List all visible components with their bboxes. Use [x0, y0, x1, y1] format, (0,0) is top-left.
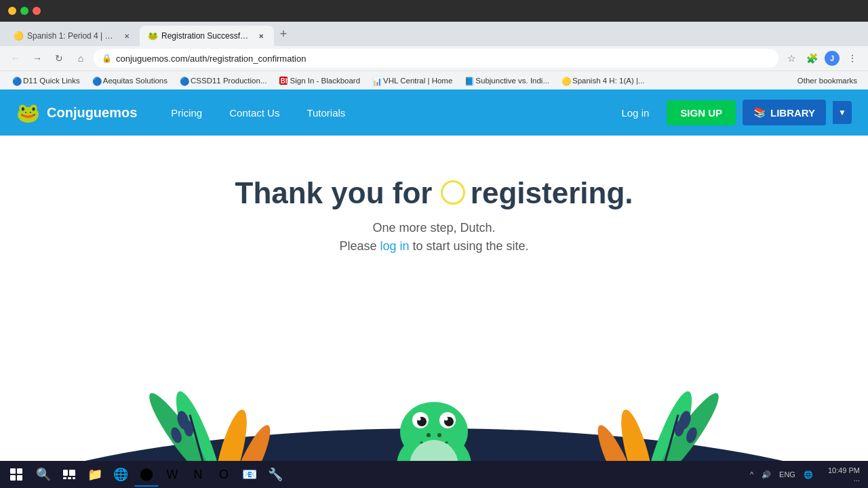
bookmark-favicon-d11: 🔵 [12, 77, 20, 85]
tray-chevron[interactable]: ^ [747, 469, 756, 480]
tab-label-conjuguemos: Registration Successful || Conju... [161, 31, 250, 41]
bookmark-favicon-cssd11: 🔵 [180, 77, 188, 85]
bookmark-cssd11[interactable]: 🔵 CSSD11 Production... [174, 75, 273, 86]
main-content: Thank you for registering. One more step… [0, 136, 868, 488]
bookmarks-overflow[interactable]: Other bookmarks [793, 75, 861, 86]
omnibar: ← → ↻ ⌂ 🔒 conjuguemos.com/auth/registrat… [0, 46, 868, 70]
tab-bar: 🟡 Spanish 1: Period 4 | Schoology ✕ 🐸 Re… [0, 22, 868, 46]
tab-schoology[interactable]: 🟡 Spanish 1: Period 4 | Schoology ✕ [5, 26, 140, 46]
bookmark-favicon-spanish4: 🟡 [561, 77, 570, 85]
tab-label-schoology: Spanish 1: Period 4 | Schoology [27, 31, 115, 41]
nav-tutorials[interactable]: Tutorials [293, 107, 359, 119]
taskbar-app5[interactable]: O [212, 462, 236, 487]
step-text: One more step, Dutch. [235, 221, 633, 235]
login-button[interactable]: Log in [610, 102, 660, 124]
bookmark-subjunctive[interactable]: 📘 Subjunctive vs. Indi... [459, 75, 555, 86]
nav-pricing[interactable]: Pricing [157, 107, 216, 119]
tab-close-conjuguemos[interactable]: ✕ [256, 31, 266, 41]
library-book-icon: 📚 [753, 106, 766, 119]
tab-conjuguemos[interactable]: 🐸 Registration Successful || Conju... ✕ [140, 26, 274, 46]
bookmark-label-cssd11: CSSD11 Production... [191, 77, 267, 85]
clock-date: ... [828, 474, 860, 483]
bookmark-favicon-aequitas: 🔵 [92, 77, 100, 85]
system-clock[interactable]: 10:49 PM ... [823, 465, 865, 484]
library-label: LIBRARY [770, 107, 815, 119]
menu-icon[interactable]: ⋮ [844, 49, 861, 67]
back-button[interactable]: ← [7, 49, 24, 67]
taskbar-word[interactable]: W [160, 462, 184, 487]
svg-rect-53 [73, 477, 75, 479]
extensions-icon[interactable]: 🧩 [803, 49, 821, 67]
minimize-button[interactable] [8, 7, 16, 15]
nav-contact[interactable]: Contact Us [216, 107, 293, 119]
library-dropdown-button[interactable]: ▼ [833, 101, 852, 124]
bookmark-blackboard[interactable]: Bb Sign In - Blackboard [274, 75, 366, 86]
logo-area[interactable]: 🐸 Conjuguemos [16, 102, 137, 124]
bookmark-aequitas[interactable]: 🔵 Aequitas Solutions [87, 75, 173, 86]
svg-rect-51 [63, 477, 66, 479]
bookmarks-overflow-label: Other bookmarks [797, 77, 857, 85]
url-text: conjuguemos.com/auth/registration_confir… [116, 54, 306, 64]
system-tray: ^ 🔊 ENG 🌐 [742, 469, 821, 481]
windows-taskbar: 🔍 📁 🌐 ⬤ W N O 📧 🔧 ^ 🔊 ENG 🌐 10:49 PM ... [0, 461, 868, 488]
login-prefix: Please [339, 239, 380, 253]
bookmark-favicon-vhl: 📊 [372, 77, 380, 85]
svg-rect-45 [10, 468, 16, 474]
address-bar[interactable]: 🔒 conjuguemos.com/auth/registration_conf… [94, 49, 778, 68]
login-suffix: to start using the site. [409, 239, 528, 253]
taskbar-taskview[interactable] [57, 462, 81, 487]
user-profile-icon[interactable]: J [823, 49, 841, 67]
bookmark-label-blackboard: Sign In - Blackboard [290, 77, 361, 85]
window-controls[interactable] [8, 7, 41, 15]
bookmark-d11[interactable]: 🔵 D11 Quick Links [7, 75, 85, 86]
bookmark-star-icon[interactable]: ☆ [783, 49, 800, 67]
bookmark-label-spanish4: Spanish 4 H: 1(A) |... [572, 77, 645, 85]
log-in-link[interactable]: log in [380, 239, 409, 253]
login-text: Please log in to start using the site. [235, 239, 633, 253]
start-button[interactable] [3, 461, 30, 488]
forward-button[interactable]: → [28, 49, 46, 67]
taskbar-chrome[interactable]: ⬤ [134, 462, 159, 487]
thank-you-section: Thank you for registering. One more step… [222, 136, 647, 281]
taskbar-app6[interactable]: 📧 [237, 462, 262, 487]
maximize-button[interactable] [20, 7, 28, 15]
bookmark-spanish4[interactable]: 🟡 Spanish 4 H: 1(A) |... [556, 75, 650, 86]
tray-network[interactable]: 🌐 [801, 469, 816, 481]
svg-rect-49 [63, 470, 68, 476]
logo-text: Conjuguemos [47, 105, 137, 121]
omnibar-actions: ☆ 🧩 J ⋮ [783, 49, 861, 67]
tab-favicon-schoology: 🟡 [14, 31, 23, 41]
bookmark-label-subjunctive: Subjunctive vs. Indi... [475, 77, 549, 85]
tray-language[interactable]: ENG [776, 469, 798, 480]
tab-close-schoology[interactable]: ✕ [122, 31, 132, 41]
close-window-button[interactable] [33, 7, 41, 15]
svg-rect-52 [68, 477, 71, 479]
bookmarks-bar: 🔵 D11 Quick Links 🔵 Aequitas Solutions 🔵… [0, 70, 868, 89]
nav-actions: Log in SIGN UP 📚 LIBRARY ▼ [610, 100, 852, 125]
svg-point-28 [437, 433, 441, 437]
taskbar-app7[interactable]: 🔧 [263, 462, 288, 487]
tab-favicon-conjuguemos: 🐸 [148, 31, 157, 41]
library-button[interactable]: 📚 LIBRARY [743, 100, 826, 125]
taskbar-explorer[interactable]: 📁 [83, 462, 107, 487]
site-content: 🐸 Conjuguemos Pricing Contact Us Tutoria… [0, 89, 868, 488]
reload-button[interactable]: ↻ [50, 49, 68, 67]
profile-avatar: J [825, 51, 840, 66]
thank-you-heading: Thank you for registering. [235, 176, 633, 210]
clock-time: 10:49 PM [828, 466, 860, 474]
site-nav: 🐸 Conjuguemos Pricing Contact Us Tutoria… [0, 89, 868, 136]
svg-rect-50 [69, 470, 75, 476]
signup-button[interactable]: SIGN UP [667, 100, 736, 125]
svg-rect-47 [10, 475, 16, 481]
bookmark-label-aequitas: Aequitas Solutions [103, 77, 167, 85]
taskbar-onenote[interactable]: N [186, 462, 210, 487]
new-tab-button[interactable]: + [274, 24, 293, 43]
svg-point-26 [445, 418, 448, 421]
svg-point-27 [427, 433, 431, 437]
taskbar-edge[interactable]: 🌐 [108, 462, 133, 487]
bookmark-vhl[interactable]: 📊 VHL Central | Home [367, 75, 458, 86]
taskbar-search[interactable]: 🔍 [31, 462, 56, 487]
logo-frog-icon: 🐸 [16, 102, 40, 124]
tray-volume[interactable]: 🔊 [759, 469, 774, 481]
home-button[interactable]: ⌂ [72, 49, 90, 67]
